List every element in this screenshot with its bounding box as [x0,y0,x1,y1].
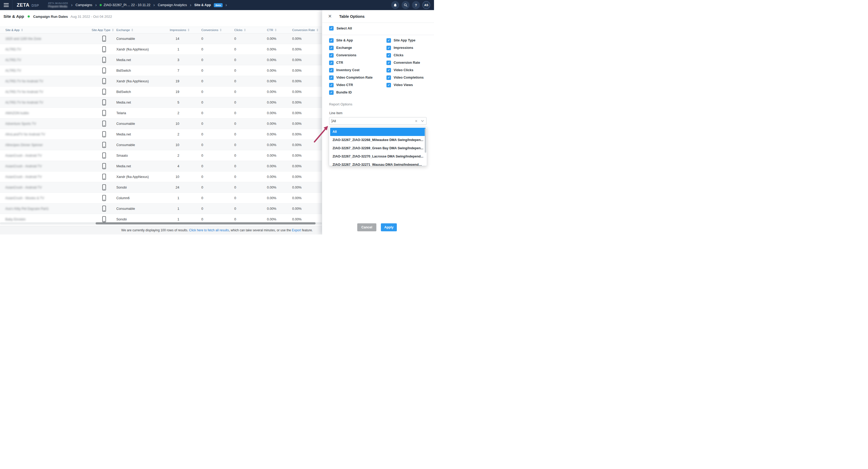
checkbox-checked-icon[interactable]: ✓ [329,75,334,80]
chevron-right-icon: › [71,3,72,7]
sort-icon[interactable] [188,29,189,31]
checkbox-checked-icon[interactable]: ✓ [329,68,334,72]
ctr-cell: 0.00% [267,164,292,168]
exchange-cell: Consumable [116,122,170,126]
chevron-down-icon[interactable] [421,120,424,122]
checkbox-checked-icon[interactable]: ✓ [386,68,391,72]
column-toggle-video-completion-rate[interactable]: ✓Video Completion Rate [329,74,373,81]
table-row[interactable]: AsianCrush - Android TVSonobi24000.00%0.… [0,182,322,193]
zeta-dsp-logo[interactable]: ZETA DSP [17,2,39,8]
column-header-exchange[interactable]: Exchange [116,28,170,32]
checkbox-checked-icon[interactable]: ✓ [329,46,334,50]
conversions-cell: 0 [201,196,234,200]
table-row[interactable]: Ava's Kitty Pet Daycare Part1Consumable1… [0,204,322,214]
checkbox-checked-icon[interactable]: ✓ [329,38,334,43]
column-toggle-video-completions[interactable]: ✓Video Completions [386,74,424,81]
breadcrumb-campaigns[interactable]: Campaigns [75,3,92,7]
checkbox-checked-icon[interactable]: ✓ [329,90,334,95]
column-toggle-ctr[interactable]: ✓CTR [329,59,373,66]
breadcrumb-campaign[interactable]: ZIAO-32267_Pi ... 22 - 10.11.22 [100,3,150,7]
site-app-type-cell [92,36,116,42]
table-row[interactable]: ALTRD.TVBidSwitch7000.00%0.00% [0,65,322,76]
table-row[interactable]: ALTRD.TV for Android TVMedia.net5000.00%… [0,97,322,108]
checkbox-checked-icon[interactable]: ✓ [386,38,391,43]
notifications-bell-icon[interactable] [391,1,399,9]
column-toggle-conversions[interactable]: ✓Conversions [329,52,373,59]
search-icon[interactable] [402,1,409,9]
fetch-all-results-link[interactable]: Click here to fetch all results [189,228,229,232]
column-header-ctr[interactable]: CTR [267,28,292,32]
select-all-toggle[interactable]: ✓ Select All [329,26,352,31]
table-row[interactable]: ALTRD.TVMedia.net3000.00%0.00% [0,55,322,65]
checkbox-checked-icon[interactable]: ✓ [386,61,391,65]
dropdown-option-line-item[interactable]: ZIAO-32267_ZIAO-32270_Lacrosse DMA Swing… [330,152,426,161]
checkbox-checked-icon[interactable]: ✓ [329,83,334,87]
impressions-cell: 1 [170,207,201,211]
column-toggle-impressions[interactable]: ✓Impressions [386,44,424,52]
table-row[interactable]: 1620 and 1160 the ZoneConsumable14000.00… [0,33,322,44]
breadcrumb-managed-account[interactable]: ZETA MANAGED Pinpoint Media [48,2,68,8]
hamburger-menu-icon[interactable] [0,0,12,10]
checkbox-checked-icon[interactable]: ✓ [329,26,334,31]
table-row[interactable]: AsianCrush - Android TVXandr (fka AppNex… [0,171,322,182]
sort-icon[interactable] [131,29,133,31]
column-toggle-bundle-id[interactable]: ✓Bundle ID [329,89,373,96]
dropdown-option-line-item[interactable]: ZIAO-32267_ZIAO-32271_Wausau DMA Swing/I… [330,161,426,166]
dropdown-option-line-item[interactable]: ZIAO-32267_ZIAO-32268_Milwaukee DMA Swin… [330,136,426,144]
table-row[interactable]: ALTRD.TV for Android TVXandr (fka AppNex… [0,76,322,87]
sort-icon[interactable] [275,29,277,31]
horizontal-scrollbar-track[interactable] [0,222,322,224]
column-header-conversions[interactable]: Conversions [201,28,234,32]
column-toggle-clicks[interactable]: ✓Clicks [386,52,424,59]
breadcrumb-site-and-app[interactable]: Site & App Beta [194,3,222,7]
table-row[interactable]: AfroLandTV for Android TVMedia.net2000.0… [0,129,322,140]
clicks-cell: 0 [234,154,267,157]
table-row[interactable]: AsianCrush - Movies & TVColumn61000.00%0… [0,193,322,204]
column-toggle-conversion-rate[interactable]: ✓Conversion Rate [386,59,424,66]
checkbox-checked-icon[interactable]: ✓ [329,53,334,58]
sort-icon[interactable] [220,29,221,31]
sort-icon[interactable] [112,29,114,31]
table-row[interactable]: AsianCrush - Android TVMedia.net4000.00%… [0,161,322,171]
user-avatar[interactable]: AS [422,1,430,9]
column-toggle-video-ctr[interactable]: ✓Video CTR [329,81,373,89]
help-icon[interactable]: ? [412,1,420,9]
column-toggle-video-clicks[interactable]: ✓Video Clicks [386,66,424,74]
table-row[interactable]: Adventure Sports TVConsumable10000.00%0.… [0,119,322,129]
table-row[interactable]: ALTRD.TV for Android TVBidSwitch19000.00… [0,87,322,97]
column-toggle-exchange[interactable]: ✓Exchange [329,44,373,52]
sort-icon[interactable] [21,29,23,31]
column-toggle-inventory-cost[interactable]: ✓Inventory Cost [329,66,373,74]
column-header-clicks[interactable]: Clicks [234,28,267,32]
table-row[interactable]: ALTRD.TVXandr (fka AppNexus)1000.00%0.00… [0,44,322,55]
exchange-cell: Smaato [116,154,170,157]
checkbox-checked-icon[interactable]: ✓ [386,83,391,87]
line-item-select[interactable]: All ✕ [329,117,427,125]
table-row[interactable]: Allrecipes Dinner SpinnerConsumable10000… [0,140,322,150]
checkbox-checked-icon[interactable]: ✓ [386,53,391,58]
column-toggle-site-app[interactable]: ✓Site & App [329,37,373,44]
checkbox-checked-icon[interactable]: ✓ [386,46,391,50]
table-row[interactable]: AsianCrush - Android TVSmaato2000.00%0.0… [0,150,322,161]
export-link[interactable]: Export [292,228,301,232]
breadcrumb-campaign-analytics[interactable]: Campaign Analytics [158,3,187,7]
checkbox-checked-icon[interactable]: ✓ [329,61,334,65]
sort-icon[interactable] [244,29,246,31]
column-toggle-site-app-type[interactable]: ✓Site App Type [386,37,424,44]
dropdown-option-line-item[interactable]: ZIAO-32267_ZIAO-32269_Green Bay DMA Swin… [330,144,426,152]
horizontal-scrollbar-thumb[interactable] [96,222,315,224]
conversions-cell: 0 [201,132,234,136]
clear-selection-icon[interactable]: ✕ [415,119,417,123]
dropdown-option-all[interactable]: All [330,128,426,136]
table-row[interactable]: AMAZON kublixTelaria2000.00%0.00% [0,108,322,119]
dropdown-scrollbar-thumb[interactable] [425,128,426,153]
apply-button[interactable]: Apply [381,223,397,231]
column-header-site-app-type[interactable]: Site App Type [92,28,116,32]
cancel-button[interactable]: Cancel [357,223,376,231]
close-icon[interactable]: ✕ [328,13,333,19]
sort-icon[interactable] [317,29,318,31]
column-header-site-app[interactable]: Site & App [5,28,92,32]
column-header-impressions[interactable]: Impressions [170,28,201,32]
column-toggle-video-views[interactable]: ✓Video Views [386,81,424,89]
checkbox-checked-icon[interactable]: ✓ [386,75,391,80]
